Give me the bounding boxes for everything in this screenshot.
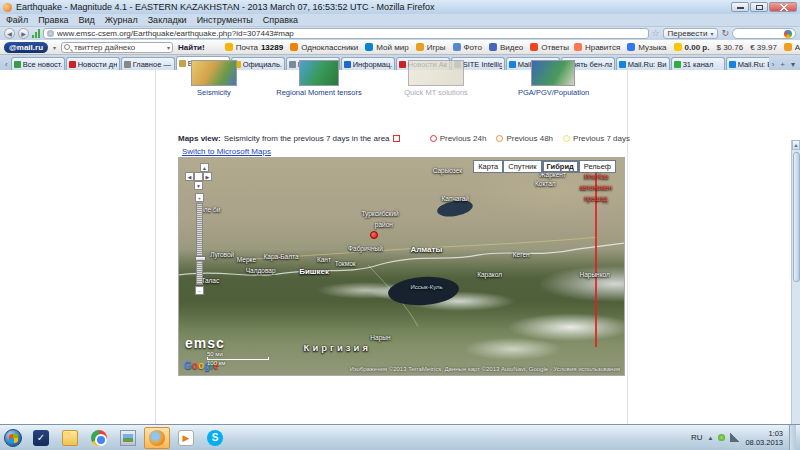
mailbar-item-label: Игры — [427, 43, 446, 52]
mailru-logo[interactable]: @mail.ru — [4, 42, 48, 53]
taskbar-clock[interactable]: 1:03 08.03.2013 — [745, 429, 783, 447]
thumbnail-image — [299, 60, 339, 86]
mailbar-item-label: 0.00 р. — [685, 43, 710, 52]
pan-right-button[interactable]: ▶ — [203, 172, 212, 181]
map-thumbnail[interactable]: Quick MT solutions — [400, 60, 472, 97]
service-icon — [416, 43, 424, 51]
mailbar-item[interactable]: Почта13289 — [225, 43, 283, 52]
page-scrollbar[interactable]: ▲ ▼ — [791, 140, 800, 450]
taskbar-explorer-icon[interactable] — [57, 427, 83, 449]
chevron-down-icon[interactable]: ▾ — [167, 44, 170, 51]
pan-down-button[interactable]: ▼ — [194, 181, 203, 190]
scroll-up-arrow[interactable]: ▲ — [792, 140, 800, 150]
hidden-icons-arrow[interactable]: ▲ — [708, 435, 714, 441]
map-type-button[interactable]: Спутник — [503, 160, 541, 173]
menu-item[interactable]: Справка — [263, 15, 298, 25]
tray-date: 08.03.2013 — [745, 438, 783, 447]
scale-km-label: 100 км — [207, 360, 269, 366]
close-button[interactable] — [769, 2, 797, 12]
zoom-out-button[interactable]: − — [195, 286, 204, 295]
mailru-search-input[interactable] — [72, 42, 165, 53]
search-input[interactable] — [732, 28, 796, 39]
chevron-down-icon[interactable]: ▾ — [53, 44, 56, 51]
window-titlebar[interactable]: Earthquake - Magnitude 4.1 - EASTERN KAZ… — [0, 0, 800, 14]
search-engine-icon[interactable] — [784, 30, 792, 38]
map-thumbnail[interactable]: Seismicity — [183, 60, 245, 97]
switch-to-microsoft-maps-link[interactable]: Switch to Microsoft Maps — [182, 147, 271, 156]
map-type-button[interactable]: Карта — [473, 160, 503, 173]
mailbar-item[interactable]: Астана -18°C — [784, 43, 800, 52]
back-button[interactable]: ◀ — [4, 28, 15, 39]
mailbar-item[interactable]: Видео — [489, 43, 523, 52]
scrollbar-thumb[interactable] — [793, 152, 800, 282]
menu-item[interactable]: Файл — [6, 15, 28, 25]
legend-item: Previous 24h — [430, 134, 487, 143]
menu-item[interactable]: Вид — [79, 15, 95, 25]
taskbar-skype-icon[interactable]: S — [202, 427, 228, 449]
menu-item[interactable]: Журнал — [105, 15, 138, 25]
logo-letter: G — [184, 360, 192, 371]
photo-viewer-icon — [120, 430, 136, 446]
taskbar-firefox-icon[interactable] — [144, 427, 170, 449]
menu-item[interactable]: Инструменты — [197, 15, 253, 25]
reload-button[interactable]: ↻ — [721, 29, 729, 38]
mailbar-item[interactable]: Мой мир — [365, 43, 408, 52]
minimize-button[interactable] — [731, 2, 749, 12]
zoom-slider-handle[interactable] — [195, 256, 206, 261]
language-indicator[interactable]: RU — [691, 433, 703, 442]
pan-center-button[interactable] — [194, 172, 203, 181]
mailbar-item-label: Ответы — [541, 43, 569, 52]
mailbar-item[interactable]: Нравится — [574, 43, 620, 52]
taskbar-chrome-icon[interactable] — [86, 427, 112, 449]
mailru-find-button[interactable]: Найти! — [178, 43, 205, 52]
mailbar-item-label: Музыка — [638, 43, 666, 52]
map-thumbnail[interactable]: Regional Moment tensors — [276, 60, 362, 97]
mailbar-item[interactable]: Ответы — [530, 43, 569, 52]
mailbar-item[interactable]: Фото — [453, 43, 482, 52]
start-button[interactable] — [4, 429, 22, 447]
taskbar-mailru-agent-icon[interactable]: ✓ — [28, 427, 54, 449]
url-text: www.emsc-csem.org/Earthquake/earthquake.… — [57, 29, 294, 38]
red-border-line — [595, 167, 597, 347]
service-icon — [674, 43, 682, 51]
zoom-in-button[interactable]: + — [195, 193, 204, 202]
forward-button[interactable]: ▶ — [18, 28, 29, 39]
network-icon[interactable] — [730, 433, 740, 442]
tray-app-icon[interactable] — [718, 434, 725, 441]
taskbar-photo-viewer-icon[interactable] — [115, 427, 141, 449]
address-bar[interactable]: www.emsc-csem.org/Earthquake/earthquake.… — [43, 28, 649, 39]
taskbar-media-player-icon[interactable]: ▶ — [173, 427, 199, 449]
mailbar-item[interactable]: € 39.97 — [750, 43, 777, 52]
map-label: Алматы — [410, 245, 442, 254]
pan-up-button[interactable]: ▲ — [200, 163, 209, 172]
bookmark-star-icon[interactable]: ☆ — [652, 29, 660, 38]
menu-item[interactable]: Правка — [38, 15, 68, 25]
map-label: Мерке — [237, 256, 256, 263]
service-icon — [784, 43, 792, 51]
translate-button[interactable]: Перевести ▾ — [663, 28, 719, 39]
map-label: Кеген — [513, 251, 530, 258]
mailbar-item[interactable]: Одноклассники — [290, 43, 358, 52]
map-thumbnail[interactable]: PGA/PGV/Population — [518, 60, 588, 97]
thumbnail-label: Quick MT solutions — [400, 88, 472, 97]
menu-item[interactable]: Закладки — [148, 15, 187, 25]
thumbnail-image — [191, 60, 237, 86]
mailbar-item[interactable]: Музыка — [627, 43, 666, 52]
show-desktop-button[interactable] — [789, 425, 796, 450]
zoom-slider-track[interactable] — [196, 203, 203, 285]
signal-extension-icon[interactable] — [32, 29, 40, 38]
mailbar-item-label: $ 30.76 — [716, 43, 743, 52]
chrome-icon — [91, 430, 107, 446]
service-icon — [530, 43, 538, 51]
google-map[interactable]: СарыозекТоле биКапчагайТурксибскийрайонЖ… — [178, 157, 625, 376]
mailbar-item[interactable]: Игры — [416, 43, 446, 52]
mailru-search-field[interactable]: ▾ — [61, 42, 173, 53]
maximize-button[interactable] — [750, 2, 768, 12]
map-type-button[interactable]: Рельеф — [579, 160, 616, 173]
pan-left-button[interactable]: ◀ — [185, 172, 194, 181]
mailbar-item[interactable]: $ 30.76 — [716, 43, 743, 52]
map-type-button[interactable]: Гибрид — [542, 160, 579, 173]
map-scale-bar: 50 ми 100 км — [207, 351, 269, 366]
mailbar-item[interactable]: 0.00 р. — [674, 43, 710, 52]
map-label: автономен — [580, 184, 612, 191]
